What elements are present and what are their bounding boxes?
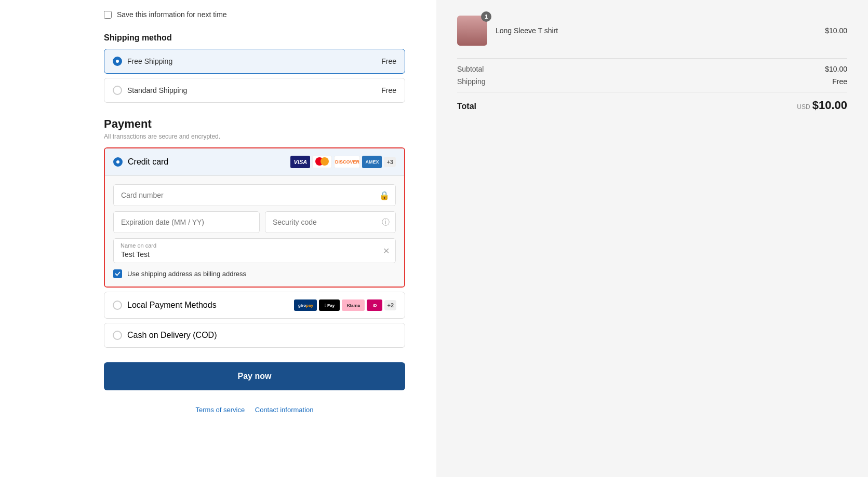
shipping-option-free[interactable]: Free Shipping Free: [104, 49, 405, 74]
radio-free-shipping: [113, 57, 122, 66]
card-number-input[interactable]: [113, 184, 396, 206]
item-image-wrapper: 1: [457, 16, 487, 46]
right-panel: 1 Long Sleeve T shirt $10.00 Subtotal $1…: [436, 0, 868, 477]
name-on-card-label: Name on card: [121, 242, 156, 249]
klarna-icon: Klarna: [342, 299, 365, 311]
total-label: Total: [457, 102, 476, 111]
free-shipping-label: Free Shipping: [127, 57, 172, 65]
credit-card-label: Credit card: [128, 157, 168, 167]
shipping-section: Shipping method Free Shipping Free Stand…: [104, 33, 405, 103]
summary-divider: [457, 58, 847, 59]
terms-link[interactable]: Terms of service: [196, 406, 245, 414]
total-row: Total USD $10.00: [457, 99, 847, 112]
more-local-icon: +2: [384, 300, 396, 310]
local-payment-option[interactable]: Local Payment Methods giropay  Pay Klar…: [104, 292, 405, 319]
card-number-wrapper: 🔒: [113, 184, 396, 206]
radio-cod: [113, 331, 122, 340]
billing-checkbox-label: Use shipping address as billing address: [127, 270, 246, 278]
shipping-label: Shipping: [457, 77, 486, 86]
checkmark-icon: [115, 271, 121, 277]
total-currency: USD: [797, 103, 810, 111]
save-info-checkbox[interactable]: [104, 11, 112, 19]
shipping-section-title: Shipping method: [104, 33, 405, 43]
subtotal-label: Subtotal: [457, 65, 484, 73]
mastercard-icon: [312, 156, 332, 168]
total-divider: [457, 92, 847, 92]
footer-links: Terms of service Contact information: [104, 406, 405, 414]
item-name: Long Sleeve T shirt: [496, 26, 817, 35]
radio-standard-shipping: [113, 86, 122, 95]
radio-local-payment: [113, 301, 122, 310]
card-form: 🔒 ⓘ Name on card ✕: [105, 176, 404, 287]
expiry-input[interactable]: [113, 211, 260, 233]
subtotal-row: Subtotal $10.00: [457, 65, 847, 73]
item-quantity-badge: 1: [481, 11, 491, 22]
amex-icon: AMEX: [362, 156, 382, 168]
billing-checkbox[interactable]: [113, 269, 122, 278]
security-code-input[interactable]: [265, 211, 396, 233]
applepay-icon:  Pay: [319, 299, 340, 311]
discover-icon: DISCOVER: [334, 156, 360, 168]
contact-link[interactable]: Contact information: [255, 406, 314, 414]
help-icon[interactable]: ⓘ: [382, 217, 390, 227]
shipping-row: Shipping Free: [457, 77, 847, 86]
shipping-value: Free: [832, 77, 847, 86]
save-info-row: Save this information for next time: [104, 10, 405, 19]
shipping-option-standard[interactable]: Standard Shipping Free: [104, 78, 405, 103]
secure-text: All transactions are secure and encrypte…: [104, 133, 405, 140]
subtotal-value: $10.00: [825, 65, 847, 73]
card-icons: VISA DISCOVER AMEX +3: [290, 156, 396, 168]
name-on-card-wrapper: Name on card ✕: [113, 238, 396, 263]
payment-section-title: Payment: [104, 117, 405, 131]
visa-icon: VISA: [290, 156, 310, 168]
local-payment-icons: giropay  Pay Klarna iD +2: [294, 299, 396, 311]
local-payment-label: Local Payment Methods: [127, 301, 217, 310]
more-cards-icon: +3: [384, 157, 396, 167]
expiry-security-row: ⓘ: [113, 211, 396, 233]
security-wrapper: ⓘ: [265, 211, 396, 233]
standard-shipping-price: Free: [381, 86, 396, 94]
free-shipping-price: Free: [381, 57, 396, 65]
lock-icon: 🔒: [379, 190, 390, 200]
left-panel: Save this information for next time Ship…: [0, 0, 436, 477]
cod-label: Cash on Delivery (COD): [127, 331, 217, 340]
payment-section: Payment All transactions are secure and …: [104, 117, 405, 348]
giropay-icon: giropay: [294, 299, 317, 311]
item-price: $10.00: [825, 26, 847, 35]
credit-card-option: Credit card VISA DISCOVER: [105, 148, 404, 287]
save-info-label: Save this information for next time: [117, 10, 227, 19]
cod-option[interactable]: Cash on Delivery (COD): [104, 323, 405, 348]
total-amount: $10.00: [812, 99, 847, 112]
order-item: 1 Long Sleeve T shirt $10.00: [457, 16, 847, 46]
billing-checkbox-row: Use shipping address as billing address: [113, 269, 396, 278]
pay-now-button[interactable]: Pay now: [104, 362, 405, 390]
clear-name-icon[interactable]: ✕: [383, 246, 390, 256]
payment-options-container: Credit card VISA DISCOVER: [104, 147, 405, 288]
radio-credit-card: [113, 157, 123, 167]
standard-shipping-label: Standard Shipping: [127, 86, 187, 94]
credit-card-header[interactable]: Credit card VISA DISCOVER: [105, 148, 404, 176]
ideal-icon: iD: [367, 299, 382, 311]
